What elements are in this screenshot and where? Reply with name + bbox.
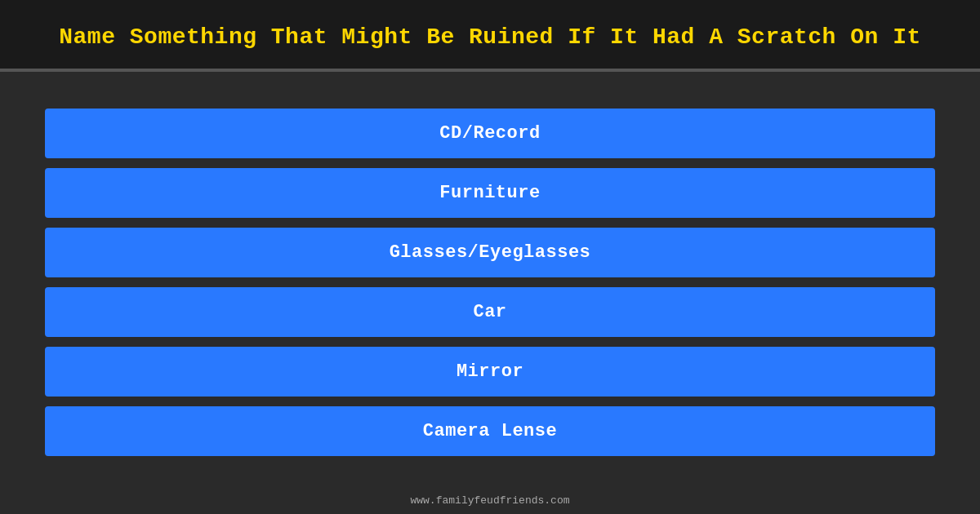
answers-container: CD/RecordFurnitureGlasses/EyeglassesCarM… xyxy=(0,72,980,488)
answer-text: Mirror xyxy=(457,361,523,382)
answer-row[interactable]: CD/Record xyxy=(45,109,935,158)
footer-url: www.familyfeudfriends.com xyxy=(410,494,569,507)
header: Name Something That Might Be Ruined If I… xyxy=(0,0,980,69)
answer-row[interactable]: Car xyxy=(45,287,935,337)
answer-text: CD/Record xyxy=(439,123,540,144)
answer-text: Furniture xyxy=(439,183,540,203)
footer: www.familyfeudfriends.com xyxy=(0,488,980,514)
answer-row[interactable]: Mirror xyxy=(45,347,935,397)
answer-text: Camera Lense xyxy=(423,421,557,441)
answer-text: Car xyxy=(473,302,506,322)
answer-row[interactable]: Furniture xyxy=(45,168,935,218)
answer-text: Glasses/Eyeglasses xyxy=(390,242,591,263)
page-title: Name Something That Might Be Ruined If I… xyxy=(49,23,931,52)
answer-row[interactable]: Glasses/Eyeglasses xyxy=(45,228,935,277)
answer-row[interactable]: Camera Lense xyxy=(45,406,935,456)
